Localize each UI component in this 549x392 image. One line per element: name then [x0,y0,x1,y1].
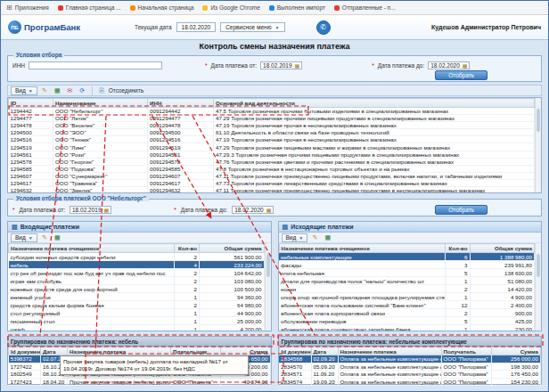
table-row[interactable]: 283456802.09.20Оплата за небельные компл… [279,355,541,363]
mail-icon[interactable]: ✉ [65,86,75,95]
view-dropdown[interactable]: Вид ▼ [282,233,308,242]
vertical-scrollbar[interactable] [265,243,271,331]
view-dropdown[interactable]: Вид ▼ [11,233,37,242]
table-row[interactable]: играя зам сто обувь2103 080,00 [9,277,265,285]
vertical-scrollbar[interactable] [535,243,541,331]
date-from-input[interactable]: 18.02.2019 ▦ [260,61,302,69]
edit-icon[interactable]: ✎ [40,86,50,95]
table-row[interactable]: 1294500ООО "ЭОО"009129450061.10 Деятельн… [9,129,535,136]
table-row[interactable]: 283457111.09.20Оплата за небельные компл… [279,371,541,379]
column-header[interactable]: Назначение платежа [338,347,441,355]
table-row[interactable]: ножки214 420,00 [279,285,535,293]
table-row[interactable]: стол регулируемый144 900,00 [9,309,265,317]
filter-panel-title: Условия отбора [13,52,64,58]
column-header[interactable]: Назначение платежа [68,347,171,355]
table-row[interactable]: субсидии ночевых средств среди небели256… [9,253,265,261]
table-row[interactable]: 283457419.09.20Оплата за небельные компл… [279,378,541,386]
excel-export-icon[interactable]: ▦ [323,233,332,242]
table-row[interactable]: письменный стол125 000,00 [9,317,265,325]
table-row[interactable]: шкаф14 200,00 [9,325,265,332]
calendar-icon[interactable]: ▦ [295,62,300,69]
table-row[interactable]: плита небельная5138 600,00 [279,269,535,277]
detach-button[interactable]: ⎘ Отсоединить [97,86,143,95]
edit-icon[interactable]: ✎ [310,233,320,242]
table-row[interactable]: небель4233 224,00 [9,261,265,269]
bookmark-item[interactable]: Из Google Chrome [202,4,259,11]
browser-window: ⊞ Приложения Главная страница ... Началь… [0,0,549,392]
vertical-scrollbar[interactable] [535,98,541,192]
table-row[interactable]: 1294516ООО "Техник"009129451647.19 Торго… [9,136,535,143]
column-header[interactable]: Дата [41,347,68,355]
table-row[interactable]: опора опор заглушной прикладная площадка… [279,293,535,301]
date-from-input[interactable]: 18.02.2019 ▦ [70,206,111,214]
select-payments-button[interactable]: Отобрать [435,205,488,215]
table-row[interactable]: 1294519ООО "Линк"009129451947.29 Торговл… [9,143,535,151]
table-row[interactable]: фасады3239 991,80 [279,261,535,269]
scrollbar-thumb[interactable] [537,254,540,277]
column-header[interactable]: Общая сумма [200,244,265,253]
refresh-icon[interactable]: ⟳ [78,86,87,95]
table-row[interactable]: 1294632ООО "Змелик"009129463247.11 Торго… [9,187,535,193]
table-row[interactable]: абонентская плата корпоративной связи290… [279,309,535,317]
bookmark-item[interactable]: Главная страница ... [58,4,121,11]
table-row[interactable]: 283457005.09.20Оплата за небельные компл… [279,363,541,371]
table-row[interactable]: 1294585ООО "Подкова"009129458547.8 Торго… [9,165,535,172]
column-header[interactable]: Кол-во [445,244,470,253]
table-row[interactable]: стр рек об рек издат пос ком буд авт уч … [9,269,265,277]
inn-input[interactable] [29,61,162,69]
table-row[interactable]: абонентская плата соответствует тарифами… [279,325,535,332]
excel-export-icon[interactable]: ▦ [53,233,62,242]
date-to-input[interactable]: 18.02.2020 ▦ [232,206,274,214]
table-row[interactable]: 1294617ООО "Травинка"009129461747.73 Тор… [9,179,535,186]
column-header[interactable]: Назначение платежа очищенное [279,244,445,253]
table-row[interactable]: 1294607ООО "Сунермаркет"009129460747.11 … [9,172,535,179]
table-row[interactable]: 1294478ООО "Веселек"009129447847.19 Торг… [9,122,535,129]
table-row[interactable]: 1294477ООО "Летик"009129447747.29 Торгов… [9,115,535,122]
column-header[interactable]: ИНН [148,99,214,108]
column-header[interactable]: Id документа [279,347,311,355]
table-row[interactable]: 1294442ООО "Небельторг"009129444247.5 То… [9,108,535,115]
column-header[interactable]: Кол-во [175,244,200,253]
table-row[interactable]: абонентская плата пользование системой "… [279,301,535,309]
column-header[interactable]: Наименование [53,99,148,108]
bookmark-item[interactable]: Начальная страница [130,4,194,11]
column-header[interactable]: ID [9,99,53,108]
table-row[interactable]: книжный уголок194 360,00 [9,293,265,301]
current-date-field[interactable]: 18.02.2020 [176,22,217,32]
edit-icon[interactable]: ✎ [40,233,50,242]
column-header[interactable]: Сумма [221,347,271,355]
table-row[interactable]: 1294578ООО "Георгин"009129457847.76 Торг… [9,158,535,165]
bookmark-item[interactable]: Выполнен импорт [269,4,325,11]
phone-icon[interactable]: ✆ [316,20,331,35]
column-header[interactable]: Id документа [9,347,41,355]
column-header[interactable]: Плательщик [171,347,221,355]
column-header[interactable]: Назначение платежа очищенное [9,244,175,253]
current-date-label: Текущая дата [135,24,171,30]
column-header[interactable]: Получатель [441,347,491,355]
page-title: Контроль смены назначения платежа [7,42,542,53]
bank-logo[interactable]: ПБ ПрограмБанк [8,20,80,34]
bookmark-item[interactable]: Отправленные - п... [334,4,396,11]
scrollbar-thumb[interactable] [537,109,540,132]
calendar-icon[interactable]: ▦ [463,62,468,69]
table-row[interactable]: ножевых средств среда для озор портной21… [9,285,265,293]
column-header[interactable]: Основной вид деятельности [214,99,535,108]
calendar-icon[interactable]: ▦ [266,207,272,213]
table-row[interactable]: средств среда калым форма боевая264 980,… [9,301,265,309]
date-to-input[interactable]: 18.02.2020 ▦ [428,61,470,69]
select-button[interactable]: Отобрать [435,70,488,80]
view-dropdown[interactable]: Вид ▼ [11,86,37,95]
calendar-icon[interactable]: ▦ [104,207,110,213]
column-header[interactable]: Дата [311,347,338,355]
table-row[interactable]: 1294561ООО "Рози"009129456147.29.3 Торго… [9,151,535,158]
column-header[interactable]: Сумма [491,347,541,355]
column-header[interactable]: Общая сумма [470,244,535,253]
table-row[interactable]: 172742318.04.20Прочая закупка товаров (н… [9,378,271,386]
service-menu-dropdown[interactable]: Сервисное меню ▼ [220,22,284,32]
table-row[interactable]: обслуживание переводов5425,00 [279,317,535,325]
apps-menu[interactable]: ⊞ Приложения [6,4,49,11]
scrollbar-thumb[interactable] [266,254,270,277]
table-row[interactable]: детали для производства полок "налыш" ко… [279,277,535,285]
table-row[interactable]: небельные комплектующие61 388 980,00 [279,253,535,261]
excel-export-icon[interactable]: ▦ [53,86,62,95]
